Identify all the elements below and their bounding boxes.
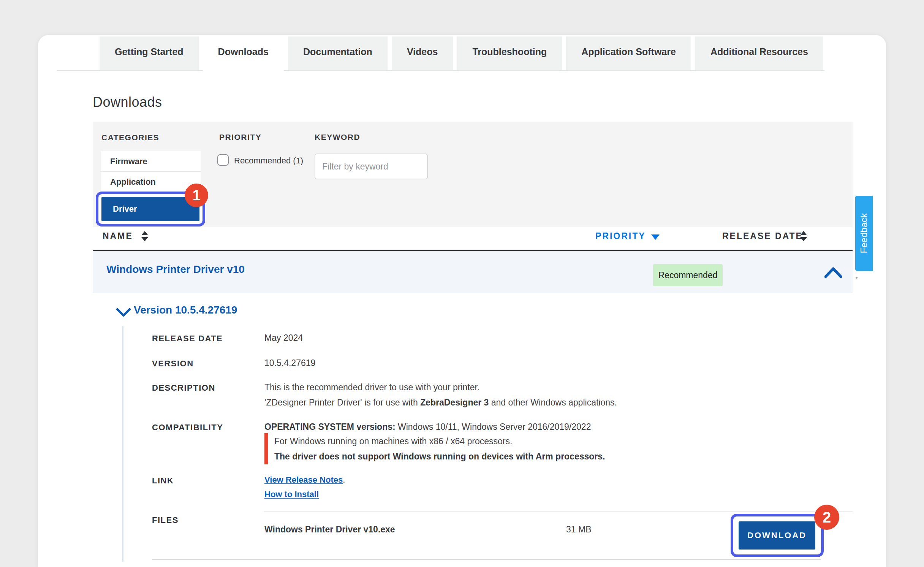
compatibility-note1: For Windows running on machines with x86… xyxy=(274,436,512,447)
compatibility-field-label: COMPATIBILITY xyxy=(152,423,223,432)
link-field-label: LINK xyxy=(152,476,174,486)
description-line2-bold: ZebraDesigner 3 xyxy=(420,398,489,407)
page: Getting Started Downloads Documentation … xyxy=(0,0,924,567)
tab-additional-resources[interactable]: Additional Resources xyxy=(695,36,823,70)
step1-annotation-badge: 1 xyxy=(185,184,208,207)
category-item-firmware[interactable]: Firmware xyxy=(101,151,201,172)
description-field-label: DESCRIPTION xyxy=(152,383,215,393)
description-line2: 'ZDesigner Printer Driver' is for use wi… xyxy=(264,398,617,408)
keyword-filter-input[interactable] xyxy=(315,154,428,179)
files-bottom-divider xyxy=(152,559,821,560)
step2-highlight-ring: DOWNLOAD xyxy=(731,514,824,557)
compatibility-warning-bar xyxy=(264,433,268,464)
name-sort-icon[interactable] xyxy=(141,231,148,241)
driver-row-title[interactable]: Windows Printer Driver v10 xyxy=(106,263,245,276)
release-date-field-label: RELEASE DATE xyxy=(152,334,223,344)
files-field-label: FILES xyxy=(152,515,179,525)
compatibility-os-rest: Windows 10/11, Windows Server 2016/2019/… xyxy=(396,422,591,432)
recommended-checkbox[interactable] xyxy=(217,154,229,166)
column-header-name[interactable]: NAME xyxy=(103,231,133,241)
view-release-notes-link[interactable]: View Release Notes xyxy=(264,475,343,485)
version-chevron-down-icon[interactable] xyxy=(116,308,131,317)
table-header-divider xyxy=(93,250,853,251)
category-item-application[interactable]: Application xyxy=(101,172,201,192)
version-indent-line xyxy=(122,326,123,562)
tab-documentation[interactable]: Documentation xyxy=(288,36,388,70)
sort-up-arrow-icon xyxy=(800,231,807,235)
tab-bar: Getting Started Downloads Documentation … xyxy=(57,36,824,71)
priority-label: PRIORITY xyxy=(219,133,261,142)
compatibility-os-bold: OPERATING SYSTEM versions: xyxy=(264,422,396,432)
how-to-install-line: How to Install xyxy=(264,489,319,499)
feedback-tab-label: Feedback xyxy=(859,213,869,253)
category-item-driver-selected[interactable]: Driver xyxy=(101,197,199,221)
description-line1: This is the recommended driver to use wi… xyxy=(264,382,479,393)
column-header-priority[interactable]: PRIORITY xyxy=(595,231,646,241)
sort-up-arrow-icon xyxy=(141,231,148,235)
tab-downloads[interactable]: Downloads xyxy=(203,36,284,76)
feedback-tab[interactable]: Feedback xyxy=(855,196,873,271)
priority-sort-down-icon[interactable] xyxy=(651,234,660,240)
tab-application-software[interactable]: Application Software xyxy=(566,36,691,70)
sort-down-arrow-icon xyxy=(800,237,807,241)
tab-getting-started[interactable]: Getting Started xyxy=(100,36,199,70)
recommended-checkbox-label: Recommended (1) xyxy=(234,156,303,166)
description-line2-pre: 'ZDesigner Printer Driver' is for use wi… xyxy=(264,398,420,407)
file-size: 31 MB xyxy=(566,524,591,535)
version-field-value: 10.5.4.27619 xyxy=(264,358,315,368)
page-title: Downloads xyxy=(93,94,162,110)
how-to-install-link[interactable]: How to Install xyxy=(264,489,319,499)
file-name: Windows Printer Driver v10.exe xyxy=(264,524,395,535)
version-heading[interactable]: Version 10.5.4.27619 xyxy=(134,304,237,316)
keyword-label: KEYWORD xyxy=(315,133,360,142)
version-field-label: VERSION xyxy=(152,359,194,369)
content-card xyxy=(38,35,886,567)
download-button[interactable]: DOWNLOAD xyxy=(739,521,815,550)
description-line2-post: and other Windows applications. xyxy=(489,398,617,407)
release-notes-period: . xyxy=(343,475,345,485)
compatibility-note2: The driver does not support Windows runn… xyxy=(274,451,605,462)
row-edge-dot xyxy=(856,277,858,279)
column-header-release-date[interactable]: RELEASE DATE xyxy=(722,231,803,241)
collapse-chevron-up-icon[interactable] xyxy=(824,266,842,278)
tab-troubleshooting[interactable]: Troubleshooting xyxy=(457,36,562,70)
categories-label: CATEGORIES xyxy=(101,133,159,142)
compatibility-os-line: OPERATING SYSTEM versions: Windows 10/11… xyxy=(264,422,591,432)
driver-result-row: Windows Printer Driver v10 Recommended xyxy=(93,251,853,293)
release-date-field-value: May 2024 xyxy=(264,333,303,343)
recommended-badge: Recommended xyxy=(653,264,723,286)
release-date-sort-icon[interactable] xyxy=(800,231,807,241)
release-notes-line: View Release Notes. xyxy=(264,475,345,485)
tab-videos[interactable]: Videos xyxy=(392,36,453,70)
files-top-divider xyxy=(264,512,853,512)
sort-down-arrow-icon xyxy=(141,237,148,241)
category-list: Firmware Application xyxy=(101,151,201,192)
filter-panel: CATEGORIES Firmware Application Driver 1… xyxy=(93,122,853,227)
step2-annotation-badge: 2 xyxy=(814,505,839,530)
